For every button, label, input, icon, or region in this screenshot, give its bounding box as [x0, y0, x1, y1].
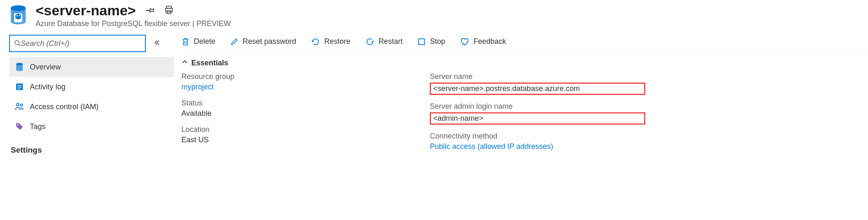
kv-label: Server name [430, 72, 645, 81]
sidebar-item-activity-log[interactable]: Activity log [9, 77, 174, 97]
activity-log-icon [15, 82, 24, 91]
svg-point-16 [17, 103, 19, 106]
tool-label: Stop [430, 37, 445, 46]
kv-admin-login: Server admin login name <admin-name> [430, 102, 645, 124]
svg-point-5 [19, 15, 20, 17]
kv-label: Server admin login name [430, 102, 645, 111]
stop-button[interactable]: Stop [417, 37, 445, 46]
kv-label: Status [181, 99, 397, 108]
tags-icon [15, 122, 24, 131]
sidebar-item-label: Tags [30, 122, 46, 131]
heart-icon [460, 38, 469, 46]
delete-button[interactable]: Delete [181, 37, 215, 46]
edit-icon [230, 38, 239, 46]
database-icon [15, 62, 24, 72]
restart-button[interactable]: Restart [365, 37, 403, 46]
svg-rect-14 [17, 87, 22, 88]
reset-password-button[interactable]: Reset password [230, 37, 296, 46]
essentials-toggle[interactable]: Essentials [181, 59, 868, 67]
svg-point-18 [17, 124, 19, 126]
page-title: <server-name> [36, 2, 136, 19]
svg-point-9 [15, 41, 19, 45]
kv-value: Available [181, 109, 397, 118]
admin-login-value[interactable]: <admin-name> [430, 112, 645, 124]
essentials-header: Essentials [191, 59, 228, 67]
toolbar: Delete Reset password Restore [181, 35, 868, 52]
delete-icon [181, 37, 190, 46]
svg-point-4 [17, 15, 18, 17]
kv-status: Status Available [181, 99, 397, 118]
sidebar-section-settings: Settings [9, 146, 174, 155]
chevron-up-icon [181, 59, 188, 67]
kv-label: Location [181, 125, 397, 134]
content-area: Delete Reset password Restore [174, 31, 868, 155]
search-box[interactable] [9, 35, 146, 52]
tool-label: Feedback [473, 37, 506, 46]
svg-point-3 [15, 14, 21, 19]
server-name-value[interactable]: <server-name>.postres.database.azure.com [430, 83, 645, 95]
sidebar-item-access-control[interactable]: Access control (IAM) [9, 97, 174, 117]
restart-icon [365, 37, 374, 46]
tool-label: Reset password [243, 37, 296, 46]
kv-location: Location East US [181, 125, 397, 144]
search-icon [14, 40, 21, 48]
feedback-button[interactable]: Feedback [460, 37, 506, 46]
sidebar-item-tags[interactable]: Tags [9, 117, 174, 136]
sidebar-item-label: Activity log [30, 83, 65, 91]
page-header: <server-name> Azure Database for Postgre… [0, 0, 868, 31]
connectivity-link[interactable]: Public access (allowed IP addresses) [430, 142, 645, 151]
svg-point-11 [16, 63, 23, 65]
essentials-panel: Essentials Resource group myproject Stat… [181, 55, 868, 154]
kv-label: Connectivity method [430, 132, 645, 141]
sidebar-item-label: Overview [30, 63, 61, 72]
pin-icon[interactable] [145, 5, 155, 16]
svg-rect-15 [17, 88, 20, 89]
svg-point-1 [11, 5, 26, 11]
svg-rect-13 [17, 85, 22, 86]
sidebar-item-label: Access control (IAM) [30, 103, 99, 111]
tool-label: Restart [379, 37, 403, 46]
resource-group-link[interactable]: myproject [181, 83, 397, 91]
tool-label: Restore [324, 37, 350, 46]
postgresql-icon [9, 4, 27, 26]
tool-label: Delete [194, 37, 215, 46]
restore-icon [311, 37, 320, 46]
sidebar: Overview Activity log Access control [0, 31, 174, 155]
kv-connectivity: Connectivity method Public access (allow… [430, 132, 645, 151]
stop-icon [417, 38, 426, 46]
kv-server-name: Server name <server-name>.postres.databa… [430, 72, 645, 95]
collapse-icon[interactable] [152, 38, 161, 49]
kv-resource-group: Resource group myproject [181, 72, 397, 91]
access-control-icon [15, 102, 24, 111]
search-input[interactable] [21, 39, 141, 48]
svg-rect-19 [419, 39, 424, 45]
print-icon[interactable] [164, 5, 174, 16]
kv-value: East US [181, 136, 397, 144]
page-subtitle: Azure Database for PostgreSQL flexible s… [36, 19, 231, 28]
sidebar-item-overview[interactable]: Overview [9, 57, 174, 77]
svg-point-17 [21, 104, 23, 106]
restore-button[interactable]: Restore [311, 37, 350, 46]
kv-label: Resource group [181, 72, 397, 81]
